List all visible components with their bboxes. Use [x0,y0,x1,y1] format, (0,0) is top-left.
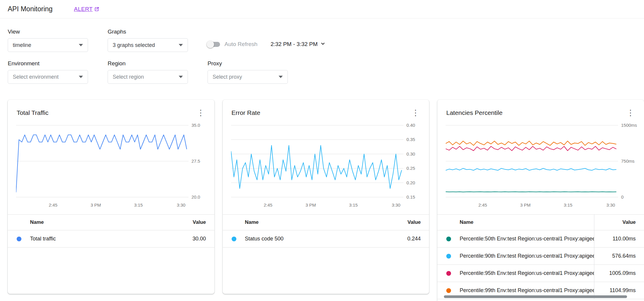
legend-table-header: Name Value [437,214,644,230]
series-value: 576.64ms [594,248,636,264]
table-row[interactable]: Percentile:50th Env:test Region:us-centr… [437,230,644,248]
legend-table-header: Name Value [8,214,214,230]
time-range-value: 2:32 PM - 3:32 PM [271,41,318,47]
total-traffic-chart: 35.027.520.02:453 PM3:153:30 [16,121,212,210]
table-row[interactable]: Status code 500 0.244 [223,230,429,248]
environment-label: Environment [8,60,88,67]
series-color-dot [17,237,21,241]
svg-text:0.20: 0.20 [406,180,415,185]
filters-panel: View timeline Graphs 3 graphs selected A… [0,18,644,84]
column-header-value: Value [408,219,421,225]
svg-text:35.0: 35.0 [191,123,200,128]
top-bar: API Monitoring ALERT [0,0,644,18]
legend-table: Name Value Total traffic 30.00 [8,214,214,248]
kebab-menu-icon[interactable]: ⋮ [625,109,636,116]
card-title: Error Rate [232,109,260,116]
svg-text:3:15: 3:15 [134,202,143,207]
svg-text:3:15: 3:15 [349,202,357,207]
filter-row-2: Environment Select environment Region Se… [8,60,644,84]
region-select[interactable]: Select region [108,70,188,84]
view-label: View [8,28,88,35]
card-title: Latencies Percentile [446,109,502,116]
svg-text:0.30: 0.30 [406,151,415,156]
filter-row-1: View timeline Graphs 3 graphs selected A… [8,28,644,52]
kebab-menu-icon[interactable]: ⋮ [195,109,207,116]
svg-text:3:30: 3:30 [177,202,185,207]
latencies-percentile-chart: 1500ms750ms02:453 PM3:153:30 [446,121,642,210]
proxy-select[interactable]: Select proxy [208,70,288,84]
chevron-down-icon [320,41,326,48]
card-header: Latencies Percentile ⋮ [437,100,644,116]
card-title: Total Traffic [17,109,48,116]
time-range-picker[interactable]: 2:32 PM - 3:32 PM [271,41,326,48]
series-value: 110.00ms [594,230,636,247]
column-header-value: Value [193,219,206,225]
auto-refresh-toggle[interactable] [208,42,220,47]
svg-text:0.40: 0.40 [406,123,415,128]
svg-text:3 PM: 3 PM [305,202,316,207]
series-name: Percentile:90th Env:test Region:us-centr… [460,253,594,259]
chevron-down-icon [179,76,183,78]
series-color-dot [446,271,451,276]
region-label: Region [108,60,188,67]
card-error-rate: Error Rate ⋮ 0.400.350.300.250.200.152:4… [223,100,429,294]
card-header: Error Rate ⋮ [223,100,429,116]
proxy-select-placeholder: Select proxy [213,74,242,80]
svg-text:20.0: 20.0 [191,194,200,199]
view-select[interactable]: timeline [8,38,88,52]
column-header-name: Name [232,219,408,225]
series-color-dot [446,288,451,293]
series-name: Percentile:95th Env:test Region:us-centr… [460,270,594,276]
series-color-dot [446,237,451,241]
page-title: API Monitoring [8,5,53,13]
charts-area: Total Traffic ⋮ 35.027.520.02:453 PM3:15… [0,100,644,301]
alert-link[interactable]: ALERT [74,6,99,12]
series-name: Total traffic [30,236,192,242]
card-latencies-percentile: Latencies Percentile ⋮ 1500ms750ms02:453… [437,100,644,301]
series-name: Percentile:50th Env:test Region:us-centr… [460,236,594,242]
svg-text:0.15: 0.15 [406,194,415,199]
error-rate-chart: 0.400.350.300.250.200.152:453 PM3:153:30 [231,121,427,210]
svg-text:2:45: 2:45 [478,202,487,207]
chevron-down-icon [179,44,183,46]
column-header-name: Name [446,219,594,225]
svg-text:27.5: 27.5 [191,159,200,164]
card-total-traffic: Total Traffic ⋮ 35.027.520.02:453 PM3:15… [8,100,214,294]
view-select-value: timeline [13,42,31,48]
svg-text:0.35: 0.35 [406,137,415,142]
svg-text:2:45: 2:45 [263,202,272,207]
svg-text:750ms: 750ms [621,159,634,164]
view-filter: View timeline [8,28,88,52]
series-value: 1005.09ms [594,265,636,282]
table-row[interactable]: Total traffic 30.00 [8,230,214,248]
svg-text:1500ms: 1500ms [621,123,637,128]
table-row[interactable]: Percentile:95th Env:test Region:us-centr… [437,265,644,282]
series-color-dot [232,237,236,241]
region-filter: Region Select region [108,60,188,84]
svg-text:2:45: 2:45 [49,202,57,207]
chevron-down-icon [279,76,283,78]
column-header-value: Value [594,215,636,230]
environment-select-placeholder: Select environment [13,74,59,80]
card-header: Total Traffic ⋮ [8,100,214,116]
graphs-select-value: 3 graphs selected [113,42,155,48]
svg-text:3 PM: 3 PM [91,202,101,207]
horizontal-scrollbar[interactable] [444,295,627,298]
region-select-placeholder: Select region [113,74,144,80]
table-row[interactable]: Percentile:90th Env:test Region:us-centr… [437,248,644,265]
environment-select[interactable]: Select environment [8,70,88,84]
environment-filter: Environment Select environment [8,60,88,84]
svg-text:3 PM: 3 PM [520,202,531,207]
legend-table-header: Name Value [223,214,429,230]
proxy-filter: Proxy Select proxy [208,60,288,84]
kebab-menu-icon[interactable]: ⋮ [410,109,421,116]
series-name: Percentile:99th Env:test Region:us-centr… [460,287,594,294]
svg-text:3:30: 3:30 [606,202,615,207]
column-header-name: Name [17,219,193,225]
refresh-and-time-controls: Auto Refresh 2:32 PM - 3:32 PM [208,37,326,51]
chevron-down-icon [79,44,83,46]
legend-table: Name Value Percentile:50th Env:test Regi… [437,214,644,299]
legend-table: Name Value Status code 500 0.244 [223,214,429,248]
graphs-select[interactable]: 3 graphs selected [108,38,188,52]
series-color-dot [446,254,451,259]
